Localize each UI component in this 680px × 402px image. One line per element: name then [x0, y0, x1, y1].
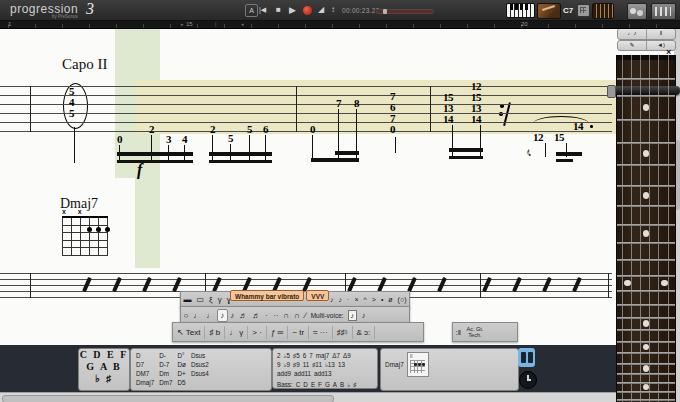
bass-note-button[interactable]: A — [333, 381, 337, 388]
tab-fret-number[interactable]: 0 — [390, 124, 395, 135]
tool-icon[interactable]: ♯ b — [205, 326, 225, 339]
multi-voice-selector[interactable]: ♪ — [348, 310, 358, 321]
tab-fret-number[interactable]: 12 — [533, 132, 543, 143]
guitar-string[interactable] — [658, 55, 659, 402]
tab-acoustic-guitar-techniques[interactable]: Ac. Gt.Tech. — [464, 326, 487, 338]
close-fretboard-icon[interactable]: × — [666, 48, 671, 56]
loop-marker[interactable]: ▸ — [181, 21, 184, 27]
articulation-icon[interactable]: > — [369, 293, 378, 306]
tab-fret-number[interactable]: 2 — [149, 124, 154, 135]
rest-icon[interactable]: ▬ — [181, 293, 194, 306]
extension-button[interactable]: ♯5 — [293, 352, 300, 359]
guitar-icon[interactable] — [537, 3, 561, 19]
chord-quality-button[interactable]: Dm — [159, 369, 172, 378]
chord-grid-icon[interactable] — [577, 4, 590, 17]
rest-icon[interactable]: ξ — [207, 293, 216, 306]
extension-button[interactable]: 9 — [277, 361, 281, 368]
duration-icon[interactable]: ○ — [181, 309, 191, 322]
chord-quality-button[interactable]: Dsus — [191, 351, 209, 360]
extension-button[interactable]: add13 — [314, 370, 332, 377]
chord-quality-button[interactable]: D — [136, 351, 154, 360]
extension-button[interactable]: 7 — [309, 352, 313, 359]
nudge-icon[interactable]: ↕ — [331, 4, 335, 16]
extension-button[interactable]: 6 — [303, 352, 307, 359]
bass-note-button[interactable]: F — [318, 381, 322, 388]
guitar-string[interactable] — [668, 55, 669, 402]
record-button[interactable] — [303, 6, 312, 15]
chord-diagram-grid[interactable] — [62, 216, 108, 256]
tab-fret-number[interactable]: 4 — [182, 134, 187, 145]
guitar-string[interactable] — [640, 55, 641, 402]
chord-quality-button[interactable]: D7 — [136, 360, 154, 369]
tool-icon[interactable]: ♩ γ — [225, 326, 248, 339]
articulation-icon[interactable]: ^ — [361, 293, 369, 306]
drums-icon[interactable] — [627, 3, 647, 20]
sequencer-icon[interactable] — [651, 3, 676, 20]
capo-handle[interactable] — [607, 85, 616, 98]
volume-icon[interactable]: ◢ — [318, 4, 324, 16]
extension-button[interactable]: Δ9 — [343, 352, 351, 359]
articulation-icon[interactable]: (○) — [395, 293, 409, 306]
tab-fret-number[interactable]: 14 — [443, 114, 453, 125]
clock-icon[interactable] — [519, 371, 537, 389]
duration-icon[interactable]: ♩ — [191, 309, 204, 322]
tab-fret-number[interactable]: 0 — [117, 134, 122, 145]
tab-fret-number[interactable]: 7 — [336, 98, 341, 109]
note-entry-mode-button[interactable]: ♩♪ — [618, 29, 646, 39]
extension-button[interactable]: ♭13 — [325, 361, 335, 368]
chord-quality-button[interactable]: D-7 — [159, 360, 172, 369]
bass-note-button[interactable]: D — [303, 381, 308, 388]
tab-fret-number[interactable]: 5 — [247, 124, 252, 135]
play-button[interactable]: ▶ — [289, 4, 296, 16]
tab-fret-number[interactable]: 3 — [166, 134, 171, 145]
articulation-icon[interactable]: × — [352, 293, 361, 306]
bass-note-button[interactable]: C — [296, 381, 301, 388]
root-note-row[interactable]: G A B — [79, 361, 129, 373]
rewind-button[interactable]: |◀ — [259, 4, 266, 16]
loop-marker[interactable]: | — [215, 21, 216, 27]
guitar-string[interactable] — [649, 55, 650, 402]
strings-icon[interactable] — [592, 3, 614, 19]
extension-button[interactable]: 13 — [338, 361, 345, 368]
horizontal-scrollbar-thumb[interactable] — [2, 395, 334, 402]
dynamic-marking[interactable]: f — [137, 161, 142, 179]
duration-icon[interactable]: ♬ — [250, 309, 263, 322]
chord-quality-button[interactable]: DM7 — [136, 369, 154, 378]
stop-button[interactable]: ■ — [276, 4, 281, 16]
chord-quality-button[interactable]: D° — [178, 351, 186, 360]
chord-quality-button[interactable]: D5 — [178, 378, 186, 387]
tie-slide-icon[interactable]: ∩ — [292, 309, 303, 322]
chord-quality-button[interactable]: Dø — [178, 360, 186, 369]
chord-shape-thumbnail[interactable]: II — [407, 352, 429, 377]
chord-quality-button[interactable]: Dsus2 — [191, 360, 209, 369]
chord-quality-button[interactable]: Dsus4 — [191, 369, 209, 378]
tab-fret-number[interactable]: 5 — [228, 133, 233, 144]
bass-note-button[interactable]: ♯ — [353, 381, 356, 388]
chord-quality-button[interactable]: D- — [159, 351, 172, 360]
bass-note-button[interactable]: ♭ — [347, 381, 350, 388]
guitar-string[interactable] — [631, 55, 632, 402]
rest-icon[interactable]: γ — [215, 293, 224, 306]
tab-fret-number[interactable]: 6 — [263, 124, 268, 135]
bass-note-button[interactable]: B — [340, 381, 344, 388]
tab-fret-number[interactable]: 2 — [210, 124, 215, 135]
extension-button[interactable]: 11 — [303, 361, 310, 368]
dot-icon[interactable]: · — [263, 309, 271, 322]
tab-fret-number[interactable]: 0 — [310, 124, 315, 135]
articulation-icon[interactable]: ø — [386, 293, 395, 306]
duration-icon[interactable]: ♩ — [204, 309, 217, 322]
chord-quality-button[interactable]: D+ — [178, 369, 186, 378]
extension-button[interactable]: 2 — [277, 352, 281, 359]
circled-chord-number[interactable]: 5 — [69, 108, 75, 119]
extension-button[interactable]: Δ7 — [332, 352, 340, 359]
guitar-string[interactable] — [622, 55, 623, 402]
tool-icon[interactable]: ƒ ═ — [267, 326, 288, 339]
tie-slide-icon[interactable]: ∩ — [281, 309, 292, 322]
root-note-row[interactable]: ♭ ♯ — [79, 373, 129, 385]
repeat-barline-button[interactable]: :‖ — [453, 326, 464, 339]
loop-marker[interactable]: ◂ — [241, 21, 244, 27]
tab-fret-number[interactable]: 14 — [471, 114, 481, 125]
articulation-icon[interactable]: • — [378, 293, 385, 306]
position-slider-knob[interactable] — [383, 9, 387, 14]
extension-button[interactable]: ♭9 — [284, 361, 290, 368]
